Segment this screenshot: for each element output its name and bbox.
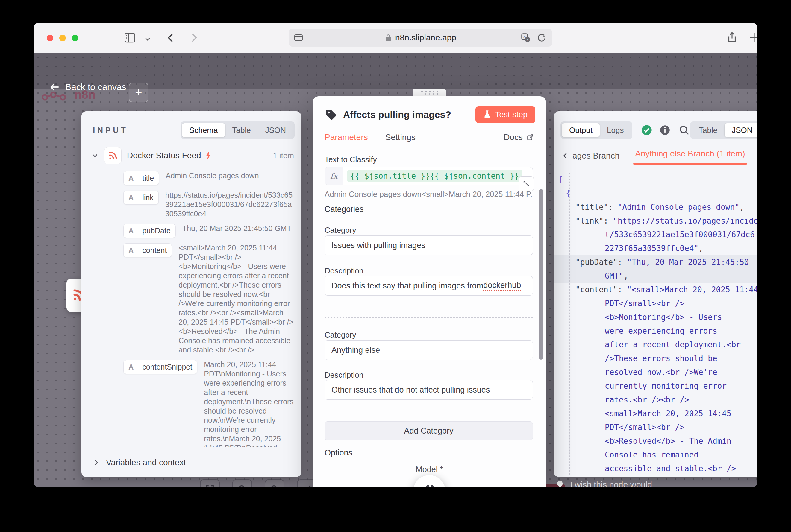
text-to-classify-label: Text to Classify xyxy=(325,155,377,164)
url-text: n8n.sliplane.app xyxy=(395,33,456,42)
field-pill-title[interactable]: Atitle xyxy=(123,171,159,185)
chevron-down-icon[interactable] xyxy=(144,35,151,44)
divider xyxy=(138,174,138,183)
json-line: t/533c6539221ae15e3f000031/67dc6 xyxy=(554,228,757,242)
active-branch-tab[interactable]: Anything else Branch (1 item) xyxy=(635,149,745,163)
field-pill-link[interactable]: Alink xyxy=(123,191,159,205)
input-node-name: Docker Status Feed xyxy=(127,151,201,160)
reload-icon[interactable] xyxy=(536,29,547,47)
json-line: rates.<br /><br /> xyxy=(554,393,757,406)
misspelled-word: dockerhub xyxy=(483,281,521,291)
description-1-input[interactable]: Does this text say that pulling images f… xyxy=(325,276,533,296)
string-type-icon: A xyxy=(128,174,133,183)
page-settings-icon[interactable] xyxy=(293,29,303,47)
expression-input[interactable]: fx {{ $json.title }}{{ $json.content }} xyxy=(325,167,533,185)
field-name: content xyxy=(142,246,167,254)
json-line: { xyxy=(554,186,757,200)
divider xyxy=(313,145,546,145)
chevron-down-icon[interactable] xyxy=(90,151,99,160)
browser-window: n8n.sliplane.app Ax n8n Back to canvas xyxy=(34,23,757,487)
divider xyxy=(138,246,138,254)
description-label: Description xyxy=(325,370,364,380)
zoom-window-button[interactable] xyxy=(72,35,78,41)
field-name: link xyxy=(142,193,153,202)
modal-header: Affects pulling images? Test step xyxy=(325,105,535,124)
fx-icon: fx xyxy=(325,167,343,185)
arrow-left-icon xyxy=(49,81,60,93)
tab-logs[interactable]: Logs xyxy=(600,123,631,137)
modal-scrollbar[interactable] xyxy=(539,189,543,360)
anthropic-icon xyxy=(421,484,438,487)
indent-guide xyxy=(569,173,570,475)
tab-table[interactable]: Table xyxy=(692,123,724,137)
schema-field-row: AtitleAdmin Console pages down xyxy=(123,171,295,185)
tab-json[interactable]: JSON xyxy=(724,123,757,137)
schema-field-row: Alinkhttps://status.io/pages/incident/53… xyxy=(123,191,295,218)
output-view-switcher: Table JSON Schema xyxy=(690,121,757,139)
minimize-window-button[interactable] xyxy=(59,35,66,41)
info-icon[interactable] xyxy=(659,125,670,136)
address-bar[interactable]: n8n.sliplane.app Ax xyxy=(289,29,552,47)
tab-parameters[interactable]: Parameters xyxy=(325,133,368,142)
share-icon[interactable] xyxy=(726,31,738,45)
json-line: "content": "<small>March 20, 2025 11:44 xyxy=(554,283,757,297)
divider xyxy=(138,363,138,371)
divider xyxy=(138,227,138,235)
categories-label: Categories xyxy=(325,205,364,214)
tag-icon xyxy=(325,108,337,121)
output-panel: Output Logs Table JSON Schema xyxy=(554,111,757,477)
json-line: <b>Resolved</b> - The Admin xyxy=(554,434,757,448)
field-pill-pubDate[interactable]: ApubDate xyxy=(123,224,176,238)
drag-dots-icon xyxy=(420,90,439,95)
string-type-icon: A xyxy=(128,194,133,202)
back-button[interactable] xyxy=(165,31,178,45)
docs-link[interactable]: Docs xyxy=(503,133,534,142)
json-line: after a recent deployment.<br xyxy=(554,338,757,352)
modal-drag-handle[interactable] xyxy=(412,89,446,97)
field-name: title xyxy=(142,174,154,183)
wish-node-prompt[interactable]: I wish this node would... xyxy=(555,480,659,487)
json-line: "pubDate": "Thu, 20 Mar 2025 21:45:50 xyxy=(554,255,757,269)
field-value: March 20, 2025 11:44 PDT\nMonitoring - U… xyxy=(204,360,295,447)
tab-settings[interactable]: Settings xyxy=(385,133,416,142)
svg-text:x: x xyxy=(527,38,529,41)
window-controls[interactable] xyxy=(47,35,78,41)
category-2-input[interactable]: Anything else xyxy=(325,340,533,360)
json-line: were experiencing errors xyxy=(554,324,757,338)
new-tab-icon[interactable] xyxy=(748,31,757,45)
previous-branch-tab[interactable]: ages Branch xyxy=(561,151,620,161)
field-value: https://status.io/pages/incident/533c653… xyxy=(165,191,295,218)
divider xyxy=(138,194,138,202)
field-value: <small>March 20, 2025 11:44 PDT</small><… xyxy=(179,243,295,355)
sidebar-icon[interactable] xyxy=(123,31,136,45)
expression-value[interactable]: {{ $json.title }}{{ $json.content }} xyxy=(347,170,522,182)
add-node-button[interactable]: + xyxy=(129,82,148,102)
add-category-button[interactable]: Add Category xyxy=(325,421,533,440)
expand-expression-button[interactable] xyxy=(519,176,534,191)
json-line: 2273f65a30539ffc0e4", xyxy=(554,242,757,255)
search-icon[interactable] xyxy=(678,125,690,136)
back-to-canvas-button[interactable]: Back to canvas xyxy=(49,81,126,93)
schema-field-row: Acontent<small>March 20, 2025 11:44 PDT<… xyxy=(123,243,295,355)
category-1-input[interactable]: Issues with pulling images xyxy=(325,235,533,255)
item-count: 1 item xyxy=(273,151,294,160)
translate-icon[interactable]: Ax xyxy=(520,29,531,47)
zoom-in-button[interactable] xyxy=(232,479,252,487)
forward-button[interactable] xyxy=(187,31,200,45)
input-node-row[interactable]: Docker Status Feed 1 item xyxy=(90,147,294,164)
zoom-out-button[interactable] xyxy=(265,479,284,487)
options-label: Options xyxy=(325,448,352,457)
string-type-icon: A xyxy=(128,227,133,235)
fit-view-button[interactable] xyxy=(200,479,220,487)
variables-and-context[interactable]: Variables and context xyxy=(92,458,186,468)
string-type-icon: A xyxy=(128,246,133,254)
tab-table[interactable]: Table xyxy=(225,123,258,137)
test-step-button[interactable]: Test step xyxy=(475,106,535,123)
tab-json[interactable]: JSON xyxy=(258,123,293,137)
close-window-button[interactable] xyxy=(47,35,53,41)
field-pill-contentSnippet[interactable]: AcontentSnippet xyxy=(123,360,197,374)
tab-schema[interactable]: Schema xyxy=(182,123,225,137)
description-2-input[interactable]: Other issues that do not affect pulling … xyxy=(325,380,533,400)
field-pill-content[interactable]: Acontent xyxy=(123,243,172,257)
tab-output[interactable]: Output xyxy=(562,123,600,137)
